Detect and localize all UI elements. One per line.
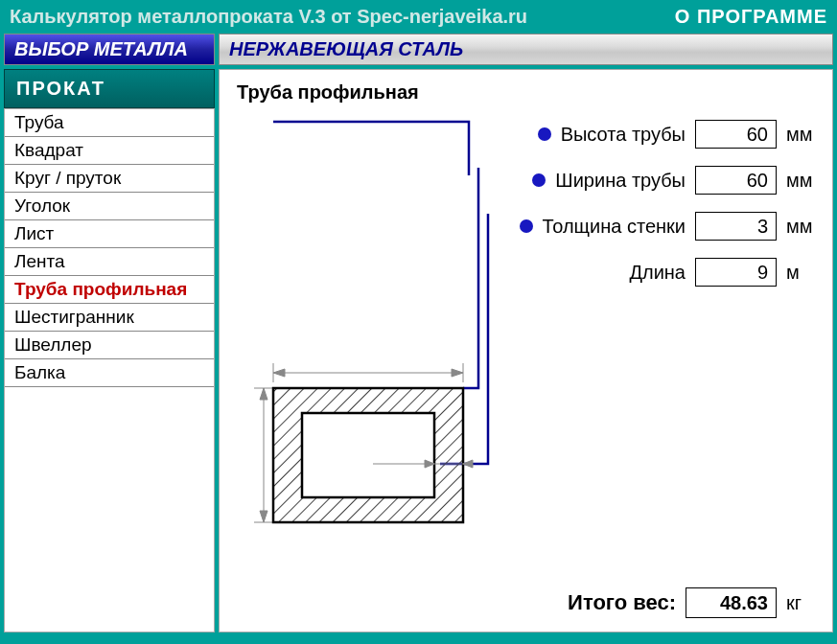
svg-marker-4 bbox=[452, 369, 463, 377]
header-row: ВЫБОР МЕТАЛЛА НЕРЖАВЕЮЩАЯ СТАЛЬ bbox=[4, 34, 833, 65]
param-label: Ширина трубы bbox=[555, 170, 686, 192]
main-panel: Труба профильная bbox=[219, 69, 833, 632]
sidebar-item[interactable]: Лист bbox=[5, 220, 214, 248]
sidebar-item[interactable]: Труба bbox=[5, 109, 214, 137]
param-input[interactable] bbox=[695, 120, 777, 149]
sidebar-item[interactable]: Шестигранник bbox=[5, 304, 214, 332]
svg-marker-8 bbox=[260, 388, 267, 400]
sidebar-item[interactable]: Труба профильная bbox=[5, 276, 214, 304]
param-input[interactable] bbox=[695, 258, 777, 287]
svg-rect-15 bbox=[302, 413, 434, 497]
param-unit: мм bbox=[786, 170, 815, 192]
result-label: Итого вес: bbox=[568, 590, 676, 615]
param-unit: мм bbox=[786, 216, 815, 238]
bullet-icon bbox=[520, 219, 533, 233]
sidebar-list: ТрубаКвадратКруг / прутокУголокЛистЛента… bbox=[4, 108, 215, 632]
sidebar-header: ПРОКАТ bbox=[4, 69, 215, 108]
params-panel: Высота трубыммШирина трубыммТолщина стен… bbox=[520, 120, 815, 287]
sidebar-item[interactable]: Швеллер bbox=[5, 332, 214, 359]
about-link[interactable]: О ПРОГРАММЕ bbox=[675, 6, 827, 28]
sidebar-item[interactable]: Квадрат bbox=[5, 137, 214, 165]
param-row: Длинам bbox=[520, 258, 815, 287]
result-row: Итого вес: 48.63 кг bbox=[568, 587, 815, 618]
app-window: Калькулятор металлопроката V.3 от Spec-n… bbox=[0, 0, 837, 644]
sidebar: ПРОКАТ ТрубаКвадратКруг / прутокУголокЛи… bbox=[4, 69, 215, 632]
app-title: Калькулятор металлопроката V.3 от Spec-n… bbox=[10, 6, 527, 28]
sidebar-item[interactable]: Лента bbox=[5, 248, 214, 276]
content-row: ПРОКАТ ТрубаКвадратКруг / прутокУголокЛи… bbox=[4, 69, 833, 632]
param-row: Толщина стенкимм bbox=[520, 212, 815, 241]
param-label: Высота трубы bbox=[561, 124, 686, 146]
sidebar-item[interactable]: Балка bbox=[5, 359, 214, 387]
bullet-icon bbox=[538, 127, 551, 141]
param-unit: м bbox=[786, 262, 815, 284]
titlebar: Калькулятор металлопроката V.3 от Spec-n… bbox=[4, 4, 833, 34]
sidebar-item[interactable]: Уголок bbox=[5, 193, 214, 220]
param-label: Толщина стенки bbox=[543, 216, 686, 238]
param-unit: мм bbox=[786, 124, 815, 146]
param-row: Ширина трубымм bbox=[520, 166, 815, 195]
param-label: Длина bbox=[629, 262, 686, 284]
select-metal-header[interactable]: ВЫБОР МЕТАЛЛА bbox=[4, 34, 215, 65]
param-input[interactable] bbox=[695, 212, 777, 241]
svg-marker-9 bbox=[260, 511, 267, 522]
main-title: Труба профильная bbox=[237, 81, 815, 104]
param-input[interactable] bbox=[695, 166, 777, 195]
svg-marker-3 bbox=[273, 369, 285, 377]
result-value: 48.63 bbox=[686, 587, 777, 618]
param-row: Высота трубымм bbox=[520, 120, 815, 149]
sidebar-item[interactable]: Круг / пруток bbox=[5, 165, 214, 193]
result-unit: кг bbox=[786, 592, 815, 614]
material-header[interactable]: НЕРЖАВЕЮЩАЯ СТАЛЬ bbox=[219, 34, 833, 65]
svg-marker-18 bbox=[463, 460, 473, 468]
bullet-icon bbox=[532, 173, 546, 187]
